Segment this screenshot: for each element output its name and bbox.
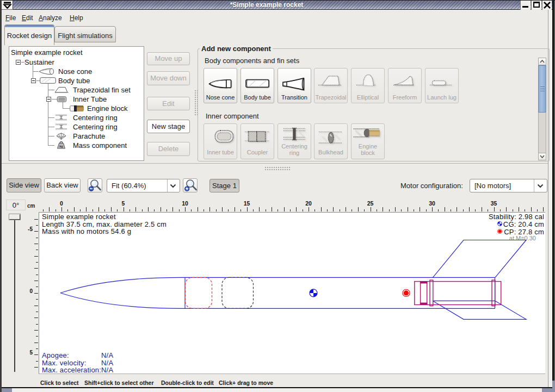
svg-text:kg: kg	[59, 145, 63, 148]
